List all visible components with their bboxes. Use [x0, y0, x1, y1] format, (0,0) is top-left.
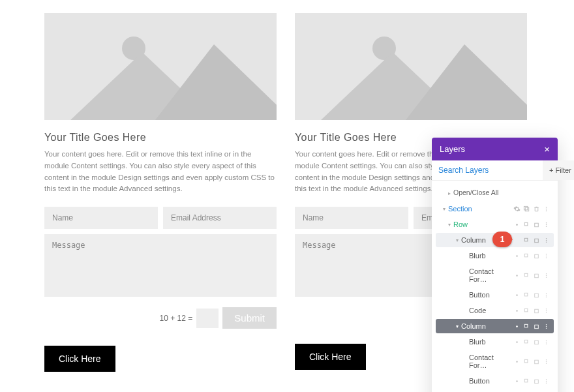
- chevron-down-icon[interactable]: [454, 324, 460, 329]
- chevron-down-icon[interactable]: [446, 222, 452, 228]
- trash-icon[interactable]: [533, 205, 540, 213]
- chevron-down-icon[interactable]: [454, 237, 460, 243]
- svg-point-35: [516, 294, 518, 296]
- submit-button[interactable]: Submit: [222, 307, 277, 329]
- svg-point-64: [546, 363, 547, 363]
- filter-button[interactable]: +Filter: [543, 160, 574, 180]
- open-close-all[interactable]: Open/Close All: [432, 185, 558, 202]
- trash-icon[interactable]: [533, 237, 540, 244]
- trash-icon[interactable]: [533, 307, 540, 314]
- dots-icon[interactable]: [543, 378, 550, 385]
- dots-icon[interactable]: [543, 358, 550, 365]
- duplicate-icon[interactable]: [523, 292, 530, 299]
- duplicate-icon[interactable]: [523, 358, 530, 365]
- svg-point-59: [516, 361, 518, 363]
- duplicate-icon[interactable]: [523, 252, 530, 260]
- svg-point-20: [546, 238, 547, 239]
- svg-point-23: [516, 255, 518, 257]
- svg-point-45: [546, 310, 547, 310]
- svg-rect-48: [524, 324, 528, 327]
- svg-rect-18: [524, 238, 528, 241]
- duplicate-icon[interactable]: [523, 221, 530, 228]
- trash-icon[interactable]: [533, 358, 540, 365]
- layers-tree: Open/Close All Section Row Column Blurb …: [432, 181, 558, 392]
- image-placeholder: [44, 13, 277, 120]
- layer-blurb[interactable]: Blurb: [436, 249, 554, 263]
- close-icon[interactable]: ×: [544, 144, 550, 154]
- duplicate-icon[interactable]: [523, 378, 530, 385]
- layer-button[interactable]: Button: [436, 288, 554, 302]
- duplicate-icon[interactable]: [523, 323, 530, 330]
- layer-blurb[interactable]: Blurb: [436, 335, 554, 349]
- gear-icon[interactable]: [513, 272, 521, 279]
- gear-icon[interactable]: [513, 378, 521, 385]
- dots-icon[interactable]: [543, 323, 550, 330]
- svg-point-26: [546, 254, 547, 254]
- svg-rect-49: [535, 325, 539, 329]
- dots-icon[interactable]: [543, 252, 550, 260]
- gear-icon[interactable]: [513, 307, 521, 314]
- layer-column-2[interactable]: Column: [436, 319, 554, 333]
- gear-icon[interactable]: [513, 252, 521, 260]
- trash-icon[interactable]: [533, 252, 540, 260]
- duplicate-icon[interactable]: [523, 237, 530, 244]
- trash-icon[interactable]: [533, 272, 540, 279]
- svg-point-58: [546, 343, 547, 344]
- captcha-input[interactable]: [196, 309, 219, 328]
- gear-icon[interactable]: [513, 339, 521, 346]
- trash-icon[interactable]: [533, 292, 540, 299]
- svg-rect-13: [524, 222, 528, 226]
- trash-icon[interactable]: [533, 339, 540, 346]
- svg-point-40: [546, 296, 547, 297]
- layer-row[interactable]: Row: [436, 217, 554, 232]
- chevron-down-icon[interactable]: [441, 206, 447, 212]
- plus-icon: +: [549, 166, 553, 174]
- svg-point-50: [546, 324, 547, 325]
- dots-icon[interactable]: [543, 292, 550, 299]
- svg-point-29: [516, 275, 518, 277]
- dots-icon[interactable]: [543, 272, 550, 279]
- layer-code[interactable]: Code: [436, 389, 554, 392]
- layer-contact-form[interactable]: Contact For…: [436, 264, 554, 286]
- trash-icon[interactable]: [533, 323, 540, 330]
- gear-icon[interactable]: [513, 323, 521, 330]
- layers-title: Layers: [440, 144, 465, 154]
- duplicate-icon[interactable]: [523, 272, 530, 279]
- svg-rect-61: [535, 360, 539, 364]
- dots-icon[interactable]: [543, 307, 550, 314]
- svg-rect-66: [524, 379, 528, 382]
- captcha-question: 10 + 12 =: [160, 314, 193, 323]
- gear-icon[interactable]: [513, 221, 521, 228]
- svg-rect-8: [524, 206, 528, 210]
- trash-icon[interactable]: [533, 378, 540, 385]
- search-input[interactable]: [432, 160, 543, 180]
- gear-icon[interactable]: [513, 205, 521, 213]
- name-input[interactable]: [44, 207, 158, 229]
- layers-header[interactable]: Layers ×: [432, 138, 558, 160]
- svg-point-15: [546, 222, 547, 223]
- captcha-row: 10 + 12 = Submit: [44, 307, 277, 329]
- dots-icon[interactable]: [543, 339, 550, 346]
- trash-icon[interactable]: [533, 221, 540, 228]
- dots-icon[interactable]: [543, 221, 550, 228]
- svg-rect-7: [525, 207, 529, 211]
- gear-icon[interactable]: [513, 358, 521, 365]
- message-input[interactable]: [44, 234, 277, 297]
- module-column-1: Your Title Goes Here Your content goes h…: [44, 13, 277, 372]
- name-input[interactable]: [295, 207, 408, 229]
- gear-icon[interactable]: [513, 292, 521, 299]
- layer-contact-form[interactable]: Contact For…: [436, 350, 554, 372]
- dots-icon[interactable]: [543, 205, 550, 213]
- layer-code[interactable]: Code: [436, 303, 554, 318]
- layer-section[interactable]: Section: [436, 202, 554, 216]
- svg-rect-43: [535, 309, 539, 313]
- duplicate-icon[interactable]: [523, 339, 530, 346]
- email-input[interactable]: [163, 207, 277, 229]
- duplicate-icon[interactable]: [523, 205, 530, 213]
- duplicate-icon[interactable]: [523, 307, 530, 314]
- cta-button[interactable]: Click Here: [295, 344, 366, 370]
- layer-button[interactable]: Button: [436, 374, 554, 388]
- dots-icon[interactable]: [543, 237, 550, 244]
- cta-button[interactable]: Click Here: [44, 346, 115, 372]
- svg-point-39: [546, 294, 547, 295]
